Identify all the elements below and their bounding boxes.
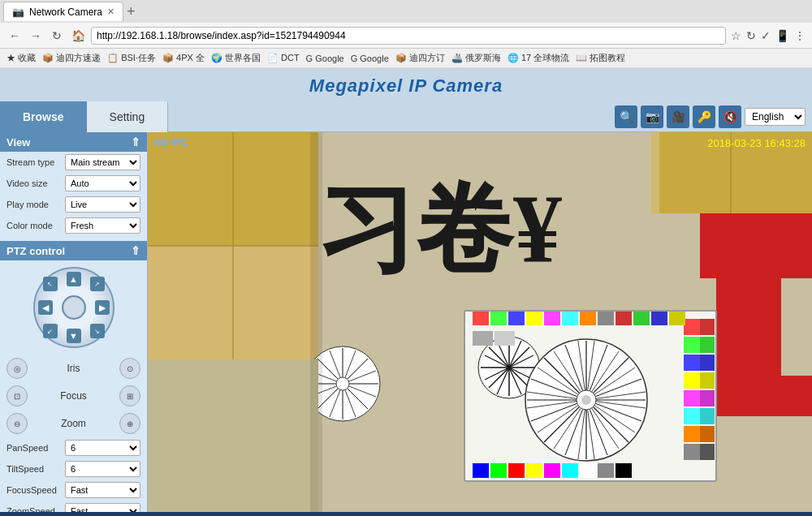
svg-rect-21 [684,426,700,442]
svg-rect-22 [684,444,700,460]
svg-rect-40 [633,311,650,325]
ptz-collapse-icon[interactable]: ⇑ [131,244,140,257]
svg-rect-75 [490,463,507,478]
ptz-section-title: PTZ control [6,245,65,257]
focus-label: Focus [32,390,114,402]
ptz-center-button[interactable] [62,295,86,320]
svg-rect-6 [716,278,781,376]
focus-near-button[interactable]: ⊡ [6,385,28,406]
pan-speed-select[interactable]: 12345678 [65,440,140,456]
mobile-icon[interactable]: 📱 [775,29,789,42]
language-select[interactable]: English Chinese [745,108,806,126]
iris-row: ◎ Iris ⊙ [0,355,147,382]
svg-rect-18 [684,372,700,389]
zoom-in-button[interactable]: ⊕ [119,413,140,434]
tab-close-button[interactable]: ✕ [107,6,114,17]
address-input[interactable] [91,27,726,45]
ptz-up-button[interactable]: ▲ [67,272,81,286]
stream-type-select[interactable]: Main stream Sub stream [65,154,140,170]
bookmark-dsfd[interactable]: 📦 迪四方订 [395,52,445,64]
feed-label: HD-IPC [154,137,188,148]
bookmark-dct[interactable]: 📄 DCT [267,53,300,63]
camera-icon-btn[interactable]: 📷 [641,105,663,128]
play-mode-label: Play mode [6,200,62,209]
bookmark-disifang[interactable]: 📦 迪四方速递 [42,52,101,64]
feed-timestamp: 2018-03-23 16:43:28 [707,137,806,149]
color-mode-row: Color mode Fresh Standard Vivid [0,215,147,236]
bookmarks-bar: ★ 收藏 📦 迪四方速递 📋 BSI·任务 📦 4PX 全 🌍 世界各国 📄 D… [0,49,812,68]
svg-point-93 [336,377,349,390]
reload-button[interactable]: ↻ [49,29,65,42]
star-icon[interactable]: ☆ [731,29,741,42]
svg-rect-73 [495,331,515,346]
home-button[interactable]: 🏠 [70,29,86,42]
record-icon-btn[interactable]: 🎥 [667,105,689,128]
new-tab-button[interactable]: + [127,4,136,19]
ptz-downright-button[interactable]: ↘ [90,324,105,338]
sound-icon-btn[interactable]: 🔇 [719,105,741,128]
view-collapse-icon[interactable]: ⇑ [131,135,140,148]
zoom-speed-select[interactable]: SlowMediumFast [65,503,140,512]
svg-rect-30 [700,444,715,460]
bookmark-4px[interactable]: 📦 4PX 全 [162,52,205,64]
focus-row: ⊡ Focus ⊞ [0,382,147,410]
bookmark-russia[interactable]: 🚢 俄罗斯海 [451,52,501,64]
iris-label: Iris [32,363,114,374]
browser-tab[interactable]: 📷 Network Camera ✕ [3,2,123,21]
svg-rect-17 [684,355,700,371]
bookmark-shoucang[interactable]: ★ 收藏 [6,52,36,64]
bookmark-google2[interactable]: G Google [351,54,389,63]
color-mode-select[interactable]: Fresh Standard Vivid [65,217,140,234]
focus-speed-select[interactable]: SlowMediumFast [65,482,140,498]
view-section-header[interactable]: View ⇑ [0,132,147,152]
bookmark-bsi[interactable]: 📋 BSI·任务 [107,52,156,64]
ptz-upleft-button[interactable]: ↖ [43,277,58,291]
tilt-speed-select[interactable]: 12345678 [65,461,140,477]
iris-open-button[interactable]: ◎ [6,358,28,379]
svg-rect-79 [562,463,578,478]
tab-browse[interactable]: Browse [0,101,87,132]
bookmark-world[interactable]: 🌍 世界各国 [211,52,261,64]
camera-scene: 习 卷 ¥ [148,132,812,512]
bookmark-tutorial[interactable]: 📖 拓图教程 [576,52,625,64]
toolbar-icons: 🔍 📷 🎥 🔑 🔇 English Chinese [615,105,812,128]
svg-text:¥: ¥ [513,175,562,283]
video-size-select[interactable]: Auto 640x480 1280x720 [65,175,140,191]
bookmark-google1[interactable]: G Google [306,54,344,63]
tab-setting[interactable]: Setting [87,101,169,132]
ptz-upright-button[interactable]: ↗ [90,277,105,291]
svg-rect-74 [473,463,489,478]
ptz-section-header[interactable]: PTZ control ⇑ [0,241,147,260]
play-mode-select[interactable]: Live Playback [65,196,140,213]
svg-rect-25 [700,355,715,371]
svg-rect-35 [544,311,560,325]
svg-text:卷: 卷 [416,175,516,283]
iris-close-button[interactable]: ⊙ [119,358,140,379]
svg-rect-16 [684,337,700,353]
forward-button[interactable]: → [28,29,44,42]
play-mode-row: Play mode Live Playback [0,194,147,215]
zoom-icon-btn[interactable]: 🔍 [615,105,637,128]
svg-rect-39 [615,311,632,325]
ptz-downleft-button[interactable]: ↙ [43,324,58,338]
back-button[interactable]: ← [6,29,23,42]
camera-feed: HD-IPC 2018-03-23 16:43:28 [148,132,812,512]
menu-icon[interactable]: ⋮ [794,29,806,42]
zoom-speed-label: ZoomSpeed [6,506,62,512]
svg-rect-78 [544,463,560,478]
key-icon-btn[interactable]: 🔑 [693,105,715,128]
refresh-icon[interactable]: ↻ [746,29,756,42]
ptz-right-button[interactable]: ▶ [95,300,110,315]
bookmark-logistics[interactable]: 🌐 17 全球物流 [508,52,569,64]
focus-far-button[interactable]: ⊞ [119,385,140,406]
stream-type-row: Stream type Main stream Sub stream [0,152,147,173]
ptz-left-button[interactable]: ◀ [38,300,53,315]
ptz-pad: ▲ ▼ ◀ ▶ ↖ ↗ ↙ ↘ [0,260,147,355]
tab-favicon: 📷 [12,6,24,18]
svg-rect-24 [700,337,715,353]
svg-point-71 [581,395,591,405]
zoom-out-button[interactable]: ⊖ [6,413,28,434]
svg-rect-94 [148,359,318,512]
ptz-down-button[interactable]: ▼ [67,329,81,343]
svg-rect-23 [700,319,715,335]
